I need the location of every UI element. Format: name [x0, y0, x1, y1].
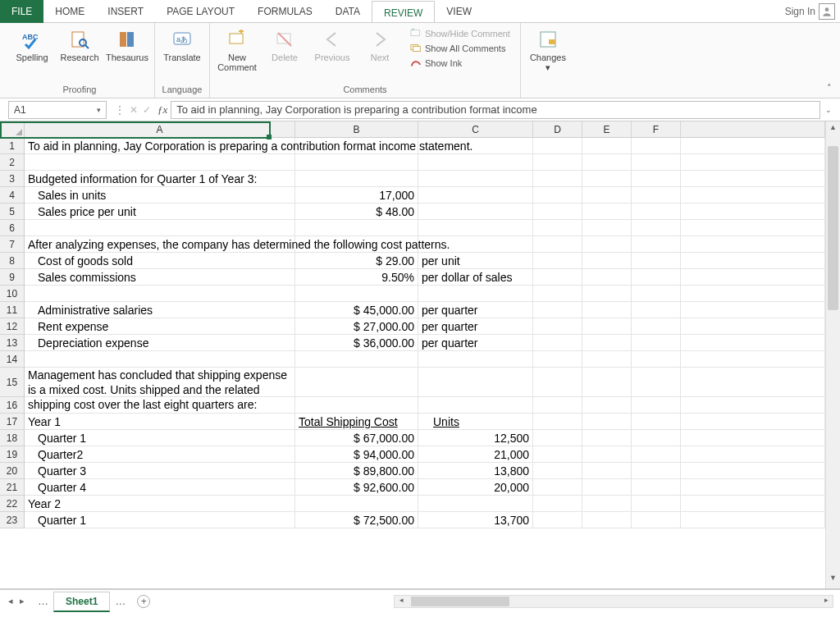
formula-input[interactable]: To aid in planning, Jay Corporation is p… — [171, 101, 820, 119]
cell-A2[interactable] — [25, 154, 295, 170]
cell-E3[interactable] — [582, 171, 632, 186]
cell-A15[interactable]: Management has concluded that shipping e… — [25, 368, 295, 396]
scroll-down-icon[interactable]: ▼ — [826, 574, 840, 587]
cell-A8[interactable]: Cost of goods sold — [25, 253, 295, 268]
cell-C18[interactable]: 12,500 — [418, 430, 533, 446]
cell-B21[interactable]: $ 92,600.00 — [295, 479, 418, 495]
row-7[interactable]: 7 — [0, 236, 24, 253]
tab-home[interactable]: HOME — [43, 0, 96, 23]
row-12[interactable]: 12 — [0, 318, 24, 335]
new-comment-button[interactable]: New Comment — [213, 26, 261, 74]
cell-B23[interactable]: $ 72,500.00 — [295, 512, 418, 528]
cell-A20[interactable]: Quarter 3 — [25, 463, 295, 478]
cell-C20[interactable]: 13,800 — [418, 463, 533, 478]
cell-B8[interactable]: $ 29.00 — [295, 253, 418, 268]
next-comment-button[interactable]: Next — [356, 26, 404, 74]
row-headers[interactable]: 1234567891011121314151617181920212223 — [0, 138, 25, 528]
namebox-menu-icon[interactable]: ⋮ — [115, 104, 125, 116]
col-F[interactable]: F — [632, 121, 681, 138]
cell-F21[interactable] — [632, 479, 681, 495]
cell-A11[interactable]: Administrative salaries — [25, 302, 295, 318]
tab-formulas[interactable]: FORMULAS — [246, 0, 324, 23]
col-E[interactable]: E — [582, 121, 632, 138]
cell-C7[interactable] — [418, 236, 533, 252]
scroll-right-icon[interactable]: ▸ — [819, 596, 833, 607]
delete-comment-button[interactable]: Delete — [261, 26, 308, 74]
cell-E14[interactable] — [582, 351, 632, 367]
cell-F20[interactable] — [632, 463, 681, 478]
cell-F7[interactable] — [632, 236, 681, 252]
col-B[interactable]: B — [295, 121, 418, 138]
cell-B18[interactable]: $ 67,000.00 — [295, 430, 418, 446]
row-18[interactable]: 18 — [0, 430, 24, 446]
sheet-nav-next[interactable]: ▸ — [20, 596, 25, 606]
cell-E22[interactable] — [582, 496, 632, 511]
cell-B7[interactable] — [295, 236, 418, 252]
cell-C10[interactable] — [418, 286, 533, 301]
cell-F2[interactable] — [632, 154, 681, 170]
cell-A5[interactable]: Sales price per unit — [25, 203, 295, 219]
cell-F18[interactable] — [632, 430, 681, 446]
cell-D6[interactable] — [533, 220, 582, 235]
enter-icon[interactable]: ✓ — [143, 104, 151, 116]
cancel-icon[interactable]: ✕ — [130, 104, 138, 116]
user-icon[interactable] — [819, 3, 835, 20]
row-9[interactable]: 9 — [0, 269, 24, 286]
research-button[interactable]: Research — [56, 26, 103, 74]
cell-B22[interactable] — [295, 496, 418, 511]
cell-B11[interactable]: $ 45,000.00 — [295, 302, 418, 318]
row-23[interactable]: 23 — [0, 512, 24, 528]
cell-E9[interactable] — [582, 269, 632, 285]
cell-D12[interactable] — [533, 318, 582, 334]
cell-E10[interactable] — [582, 286, 632, 301]
cell-B20[interactable]: $ 89,800.00 — [295, 463, 418, 478]
tab-file[interactable]: FILE — [0, 0, 43, 23]
cell-B5[interactable]: $ 48.00 — [295, 203, 418, 219]
cell-E7[interactable] — [582, 236, 632, 252]
fx-icon[interactable]: ƒx — [154, 103, 171, 117]
cell-C1[interactable] — [418, 138, 533, 153]
spelling-button[interactable]: ABC Spelling — [8, 26, 56, 74]
cell-A14[interactable] — [25, 351, 295, 367]
cell-F17[interactable] — [632, 414, 681, 429]
cell-F19[interactable] — [632, 446, 681, 462]
cell-F22[interactable] — [632, 496, 681, 511]
row-4[interactable]: 4 — [0, 187, 24, 203]
cell-D1[interactable] — [533, 138, 582, 153]
cell-D14[interactable] — [533, 351, 582, 367]
cell-E21[interactable] — [582, 479, 632, 495]
cell-A19[interactable]: Quarter2 — [25, 446, 295, 462]
row-19[interactable]: 19 — [0, 446, 24, 463]
cell-D9[interactable] — [533, 269, 582, 285]
row-17[interactable]: 17 — [0, 414, 24, 430]
cell-C15[interactable] — [418, 368, 533, 396]
cell-E4[interactable] — [582, 187, 632, 203]
cell-F13[interactable] — [632, 335, 681, 350]
row-16[interactable]: 16 — [0, 397, 24, 414]
cell-B19[interactable]: $ 94,000.00 — [295, 446, 418, 462]
cell-F10[interactable] — [632, 286, 681, 301]
cell-A6[interactable] — [25, 220, 295, 235]
row-13[interactable]: 13 — [0, 335, 24, 351]
hscroll-thumb[interactable] — [411, 597, 509, 606]
col-D[interactable]: D — [533, 121, 582, 138]
expand-formula-bar-icon[interactable]: ⌄ — [820, 106, 832, 114]
row-6[interactable]: 6 — [0, 220, 24, 236]
row-5[interactable]: 5 — [0, 203, 24, 220]
cell-C23[interactable]: 13,700 — [418, 512, 533, 528]
cell-B15[interactable] — [295, 368, 418, 396]
show-ink[interactable]: Show Ink — [410, 56, 510, 71]
cell-F6[interactable] — [632, 220, 681, 235]
cell-D19[interactable] — [533, 446, 582, 462]
show-all-comments[interactable]: Show All Comments — [410, 41, 510, 56]
cell-B9[interactable]: 9.50% — [295, 269, 418, 285]
cell-F3[interactable] — [632, 171, 681, 186]
col-C[interactable]: C — [418, 121, 533, 138]
cell-B4[interactable]: 17,000 — [295, 187, 418, 203]
cell-D23[interactable] — [533, 512, 582, 528]
cell-A13[interactable]: Depreciation expense — [25, 335, 295, 350]
cell-B10[interactable] — [295, 286, 418, 301]
tab-view[interactable]: VIEW — [435, 0, 483, 23]
cell-D18[interactable] — [533, 430, 582, 446]
col-A[interactable]: A — [25, 121, 295, 138]
